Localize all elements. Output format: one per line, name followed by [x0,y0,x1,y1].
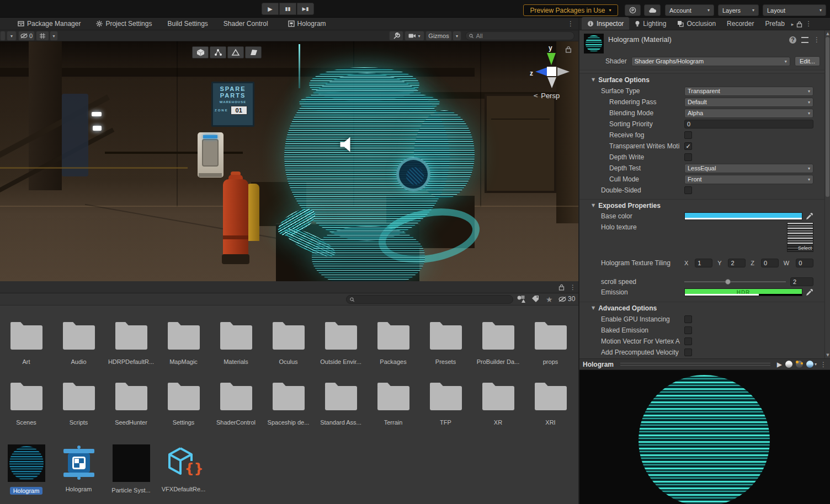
preview-light-button[interactable] [796,361,803,368]
preview-sphere-button[interactable] [785,361,792,368]
preview-play-button[interactable]: ▶ [777,361,782,368]
folder-item[interactable]: Presets [419,319,472,365]
folder-item[interactable]: Materials [210,319,262,365]
face-mode-button[interactable] [245,46,262,58]
folder-item[interactable]: XR [472,379,524,426]
axis-z-cone[interactable] [535,67,547,76]
preview-mode-dropdown[interactable]: ▾ [806,361,817,368]
axis-down-cone[interactable] [547,77,556,88]
edge-mode-button[interactable] [227,46,244,58]
folder-item[interactable]: ShaderControl [210,379,262,426]
tiling-x-input[interactable]: 1 [695,259,712,267]
inspector-scrollbar[interactable]: ▲ ▼ [824,30,830,358]
project-visibility-button[interactable]: 30 [558,295,575,303]
folder-item[interactable]: Audio [52,319,105,365]
baked-emission-checkbox[interactable] [684,326,692,334]
scroll-down-icon[interactable]: ▼ [825,353,830,357]
scrollbar-thumb[interactable] [826,37,829,197]
material-menu[interactable]: ⋮ [813,36,820,44]
asset-filter-button[interactable] [517,295,526,303]
inspector-menu[interactable]: ⋮ [805,20,812,28]
gizmos-button[interactable]: Gizmos [425,31,452,41]
eyedropper-icon[interactable] [806,212,813,220]
tab-scroll-right[interactable]: ▸ [791,22,794,27]
lock-icon[interactable] [796,21,802,28]
folder-item[interactable]: Settings [157,379,210,426]
scene-lock-icon[interactable] [565,46,572,53]
tab-lighting[interactable]: Lighting [629,17,672,30]
pause-button[interactable]: ▮▮ [279,3,296,15]
asset-item-particle[interactable]: Particle Syst... [105,442,157,495]
preview-menu[interactable]: ⋮ [820,361,827,368]
scene-search[interactable] [465,31,574,40]
preview-packages-dropdown[interactable]: Preview Packages in Use ▾ [523,4,618,16]
folder-item[interactable]: ProBuilder Da... [472,319,524,365]
layout-dropdown[interactable]: Layout ▾ [763,4,826,16]
folder-item[interactable]: SeedHunter [105,379,157,426]
play-button[interactable]: ▶ [262,3,279,15]
base-color-swatch[interactable] [684,212,802,220]
persp-toggle[interactable]: < Persp [533,92,560,100]
tiling-z-input[interactable]: 0 [761,259,779,267]
tiling-w-input[interactable]: 0 [796,259,813,267]
scene-camera-button[interactable]: ▾ [405,31,424,41]
tab-project-settings[interactable]: Project Settings [88,18,159,30]
tab-shader-control[interactable]: Shader Control [216,18,276,30]
motion-vector-checkbox[interactable] [684,337,692,345]
tab-build-settings[interactable]: Build Settings [159,18,215,30]
project-search[interactable] [346,295,513,304]
folder-item[interactable]: props [524,319,577,365]
layers-dropdown[interactable]: Layers ▾ [718,4,759,16]
label-filter-button[interactable] [531,295,540,303]
axis-x-cone[interactable] [557,67,570,76]
folder-item[interactable]: MapMagic [157,319,210,365]
tiling-y-input[interactable]: 2 [728,259,746,267]
clipped-tool-button[interactable] [0,31,6,41]
plastic-scm-button[interactable] [625,4,641,16]
texture-select-button[interactable]: Select [788,245,813,251]
gizmos-dropdown[interactable]: ▾ [453,31,461,41]
tab-recorder[interactable]: Recorder [721,17,759,30]
scene-visibility-button[interactable]: 0 [18,31,35,41]
scene-view[interactable]: SPARE PARTS WAREHOUSE ZONE 01 [0,41,579,281]
folder-item[interactable]: Packages [367,319,419,365]
project-lock-icon[interactable] [558,284,565,291]
transparent-writes-checkbox[interactable]: ✓ [684,142,692,150]
blending-mode-dropdown[interactable]: Alpha▾ [684,109,813,118]
presets-icon[interactable] [801,37,808,43]
scroll-up-icon[interactable]: ▲ [825,31,830,36]
material-preview-area[interactable] [579,370,830,504]
gpu-instancing-checkbox[interactable] [684,315,692,323]
tab-hologram[interactable]: Hologram [280,18,334,30]
account-dropdown[interactable]: Account ▾ [665,4,714,16]
scroll-speed-input[interactable]: 2 [790,277,813,286]
shader-edit-button[interactable]: Edit... [795,56,820,66]
exposed-properties-foldout[interactable]: ▼ Exposed Properties [579,199,824,211]
shader-dropdown[interactable]: Shader Graphs/Hologram ▾ [631,57,790,66]
folder-item[interactable]: HDRPDefaultR... [105,319,157,365]
folder-item[interactable]: TFP [419,379,472,426]
scene-tools-button[interactable] [389,31,403,41]
folder-item[interactable]: Outside Envir... [315,319,367,365]
folder-item[interactable]: Scripts [52,379,105,426]
cull-mode-dropdown[interactable]: Front▾ [684,175,813,184]
holo-texture-thumbnail[interactable]: Select [787,222,813,252]
eyedropper-icon[interactable] [806,288,813,296]
folder-item[interactable]: Terrain [367,379,419,426]
asset-item-shadergraph[interactable]: Hologram [52,442,105,495]
tab-occlusion[interactable]: Occlusion [672,17,721,30]
folder-item[interactable]: XRI [524,379,577,426]
receive-fog-checkbox[interactable] [684,131,692,139]
surface-options-foldout[interactable]: ▼ Surface Options [579,73,824,85]
folder-item[interactable]: Standard Ass... [315,379,367,426]
grid-snap-button[interactable] [36,31,49,41]
grid-snap-dropdown[interactable]: ▾ [50,31,58,41]
material-preview-header[interactable]: Hologram ▶ ▾ ⋮ [579,358,830,370]
scroll-speed-slider[interactable] [684,278,786,286]
object-mode-button[interactable] [192,46,209,58]
axis-y-cone[interactable] [547,53,556,65]
rendering-pass-dropdown[interactable]: Default▾ [684,98,813,107]
vertex-mode-button[interactable] [210,46,226,58]
tab-inspector[interactable]: Inspector [582,17,629,30]
cloud-services-button[interactable] [644,4,661,16]
